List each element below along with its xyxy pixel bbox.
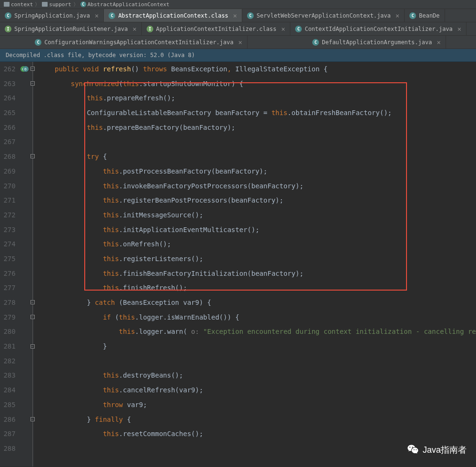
- code-token: .initApplicationEventMulticaster();: [119, 226, 259, 234]
- editor-tab[interactable]: ServletWebServerApplicationContext.java×: [242, 9, 405, 22]
- line-number: 278: [0, 295, 16, 310]
- code-token: (): [131, 65, 143, 73]
- close-icon[interactable]: ×: [233, 12, 237, 19]
- close-icon[interactable]: ×: [238, 39, 242, 46]
- code-line[interactable]: [39, 135, 476, 149]
- code-token: throw: [103, 401, 127, 409]
- code-token: this: [103, 270, 119, 277]
- breadcrumb-item[interactable]: support: [42, 1, 71, 8]
- close-icon[interactable]: ×: [281, 25, 285, 33]
- code-token: [39, 196, 103, 204]
- code-token: this: [103, 284, 119, 292]
- editor-tab[interactable]: SpringApplication.java×: [0, 9, 104, 22]
- class-icon: C: [80, 1, 86, 7]
- tab-label: ConfigurationWarningsApplicationContextI…: [44, 39, 233, 46]
- fold-column[interactable]: − − − − − − −: [30, 62, 34, 467]
- code-line[interactable]: this.prepareBeanFactory(beanFactory);: [39, 120, 476, 135]
- code-token: {: [127, 416, 131, 423]
- tab-label: SpringApplicationRunListener.java: [14, 26, 128, 32]
- code-line[interactable]: this.registerListeners();: [39, 252, 476, 266]
- code-line[interactable]: throw var9;: [39, 398, 476, 412]
- code-line[interactable]: this.onRefresh();: [39, 237, 476, 252]
- code-line[interactable]: this.destroyBeans();: [39, 368, 476, 383]
- tab-label: BeanDe: [419, 12, 439, 19]
- line-number: 269: [0, 164, 16, 179]
- code-token: [39, 401, 103, 409]
- editor-tab[interactable]: ContextIdApplicationContextInitializer.j…: [290, 22, 466, 35]
- code-line[interactable]: if (this.logger.isWarnEnabled()) {: [39, 310, 476, 325]
- code-line[interactable]: this.finishRefresh();: [39, 281, 476, 295]
- code-token: this: [103, 430, 119, 438]
- code-token: BeansException: [171, 65, 227, 73]
- class-icon: [109, 12, 115, 19]
- tab-label: AbstractApplicationContext.class: [118, 12, 228, 19]
- line-number: 265: [0, 106, 16, 120]
- code-token: (BeansException var9) {: [119, 299, 211, 306]
- code-line[interactable]: public void refresh() throws BeansExcept…: [39, 62, 476, 77]
- breadcrumb-item[interactable]: context: [4, 1, 33, 8]
- code-token: [39, 167, 103, 175]
- editor-tab[interactable]: DefaultApplicationArguments.java×: [307, 36, 446, 49]
- code-line[interactable]: this.cancelRefresh(var9);: [39, 383, 476, 398]
- close-icon[interactable]: ×: [396, 12, 399, 19]
- watermark: Java指南者: [407, 443, 466, 457]
- code-token: [39, 65, 55, 73]
- code-line[interactable]: }: [39, 339, 476, 354]
- tab-label: ServletWebServerApplicationContext.java: [257, 12, 391, 19]
- code-token: this: [271, 109, 288, 117]
- close-icon[interactable]: ×: [436, 39, 440, 46]
- code-editor[interactable]: 2622632642652662672682692702712722732742…: [0, 62, 476, 467]
- implements-icon[interactable]: o: [23, 66, 29, 72]
- code-token: [39, 328, 119, 335]
- code-token: [39, 94, 87, 102]
- line-number: 273: [0, 223, 16, 237]
- code-line[interactable]: this.postProcessBeanFactory(beanFactory)…: [39, 164, 476, 179]
- tab-row-2: SpringApplicationRunListener.java×Applic…: [0, 22, 476, 36]
- code-line[interactable]: this.finishBeanFactoryInitialization(bea…: [39, 266, 476, 281]
- code-line[interactable]: } finally {: [39, 412, 476, 427]
- code-area[interactable]: public void refresh() throws BeansExcept…: [34, 62, 476, 467]
- line-number: 277: [0, 281, 16, 295]
- code-token: [39, 124, 87, 131]
- code-line[interactable]: try {: [39, 149, 476, 164]
- code-token: var9;: [127, 401, 147, 409]
- code-line[interactable]: ConfigurableListableBeanFactory beanFact…: [39, 106, 476, 120]
- line-number: 264: [0, 91, 16, 106]
- code-token: IllegalStateException {: [235, 65, 327, 73]
- code-line[interactable]: this.prepareRefresh();: [39, 91, 476, 106]
- editor-tab[interactable]: AbstractApplicationContext.class×: [104, 9, 242, 22]
- code-token: finally: [95, 416, 127, 423]
- close-icon[interactable]: ×: [132, 25, 136, 33]
- code-line[interactable]: synchronized(this.startupShutdownMonitor…: [39, 77, 476, 91]
- breadcrumb-label: AbstractApplicationContext: [88, 1, 169, 8]
- line-number: 284: [0, 383, 16, 398]
- code-line[interactable]: this.registerBeanPostProcessors(beanFact…: [39, 193, 476, 208]
- code-token: .finishBeanFactoryInitialization(beanFac…: [119, 270, 304, 277]
- wechat-icon: [407, 443, 420, 457]
- editor-tab[interactable]: BeanDe: [405, 9, 445, 22]
- code-line[interactable]: [39, 354, 476, 369]
- interface-icon: [147, 26, 153, 32]
- code-line[interactable]: this.resetCommonCaches();: [39, 427, 476, 441]
- code-line[interactable]: } catch (BeansException var9) {: [39, 295, 476, 310]
- code-line[interactable]: this.initMessageSource();: [39, 208, 476, 223]
- code-token: this: [103, 371, 119, 379]
- close-icon[interactable]: ×: [95, 12, 99, 19]
- editor-tab[interactable]: ApplicationContextInitializer.class×: [142, 22, 290, 35]
- class-icon: [5, 12, 11, 19]
- code-line[interactable]: this.invokeBeanFactoryPostProcessors(bea…: [39, 179, 476, 194]
- code-token: }: [39, 299, 95, 306]
- line-number: 267: [0, 135, 16, 149]
- code-token: "Exception encountered during context in…: [203, 328, 476, 335]
- code-line[interactable]: this.initApplicationEventMulticaster();: [39, 223, 476, 237]
- code-token: catch: [95, 299, 119, 306]
- tab-row-3: ConfigurationWarningsApplicationContextI…: [0, 36, 476, 49]
- editor-tab[interactable]: ConfigurationWarningsApplicationContextI…: [30, 36, 248, 49]
- code-token: this: [103, 255, 119, 263]
- close-icon[interactable]: ×: [457, 25, 461, 33]
- code-token: [39, 430, 103, 438]
- editor-tab[interactable]: SpringApplicationRunListener.java×: [0, 22, 142, 35]
- breadcrumb-item[interactable]: C AbstractApplicationContext: [80, 1, 169, 8]
- code-line[interactable]: this.logger.warn( o: "Exception encounte…: [39, 324, 476, 339]
- line-number: 270: [0, 179, 16, 194]
